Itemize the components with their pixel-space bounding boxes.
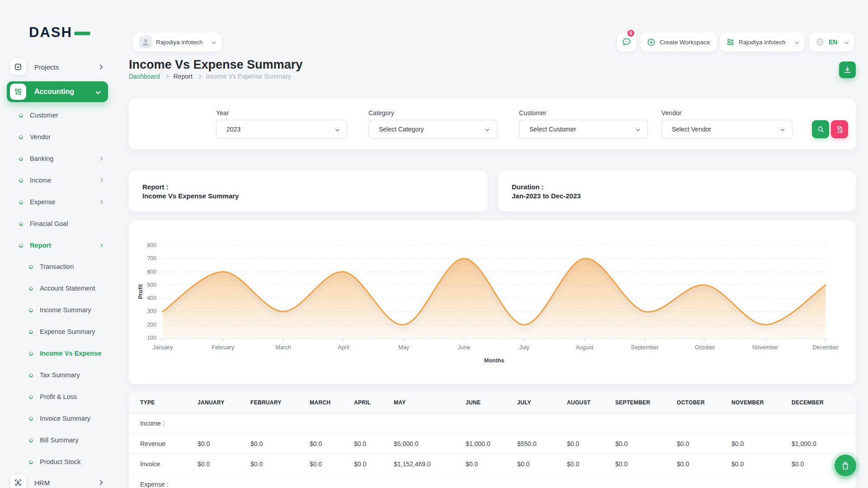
sidebar-item-expense[interactable]: Expense bbox=[7, 194, 108, 210]
sidebar-item-customer[interactable]: Customer bbox=[7, 108, 108, 123]
account-selector[interactable]: Rajodiya infotech bbox=[720, 33, 805, 52]
bullet-icon bbox=[28, 264, 34, 270]
svg-text:Months: Months bbox=[484, 357, 504, 364]
table-header-cell: NOVEMBER bbox=[731, 392, 792, 413]
sidebar-item-projects[interactable]: Projects bbox=[7, 58, 108, 76]
income-expense-table: TYPEJANUARYFEBRUARYMARCHAPRILMAYJUNEJULY… bbox=[129, 392, 856, 488]
sidebar-item-bill-summary[interactable]: Bill Summary bbox=[7, 432, 108, 448]
profit-area-chart: 100200300400500600700800JanuaryFebruaryM… bbox=[129, 221, 856, 384]
language-selector[interactable]: EN bbox=[809, 33, 854, 52]
svg-text:March: March bbox=[275, 344, 291, 351]
table-section-row: Expense : bbox=[129, 474, 856, 488]
chevron-right-icon bbox=[98, 64, 103, 69]
table-header-cell: SEPTEMBER bbox=[615, 392, 677, 413]
sidebar-item-income-vs-expense[interactable]: Income Vs Expense bbox=[7, 346, 108, 361]
table-row: Revenue$0.0$0.0$0.0$0.0$5,000.0$1,000.0$… bbox=[129, 433, 856, 454]
category-label: Category bbox=[368, 109, 394, 117]
duration-card-title: Duration : bbox=[512, 183, 856, 191]
sidebar-item-income[interactable]: Income bbox=[7, 173, 108, 188]
breadcrumb-report-link[interactable]: Report bbox=[174, 73, 193, 80]
reset-filter-button[interactable] bbox=[831, 120, 848, 138]
vendor-select[interactable]: Select Vendor bbox=[661, 120, 793, 139]
year-select[interactable]: 2023 bbox=[216, 120, 347, 139]
sidebar-item-income-summary[interactable]: Income Summary bbox=[7, 302, 108, 318]
sidebar-item-product-stock[interactable]: Product Stock bbox=[7, 454, 108, 469]
customer-select[interactable]: Select Customer bbox=[519, 120, 648, 139]
svg-text:700: 700 bbox=[147, 255, 156, 262]
shop-fab-button[interactable] bbox=[835, 455, 856, 476]
svg-text:January: January bbox=[153, 344, 173, 351]
sidebar-item-tax-summary[interactable]: Tax Summary bbox=[7, 367, 108, 383]
bullet-icon bbox=[28, 416, 34, 422]
search-icon bbox=[817, 126, 825, 133]
table-header-cell: JANUARY bbox=[198, 392, 250, 413]
table-cell: $0.0 bbox=[567, 433, 615, 454]
chevron-down-icon bbox=[795, 40, 799, 44]
workspace-selector[interactable]: Rajodiya infotech bbox=[133, 33, 222, 52]
sidebar-item-account-statement[interactable]: Account Statement bbox=[7, 281, 108, 296]
sidebar-item-vendor[interactable]: Vendor bbox=[7, 129, 108, 145]
svg-text:Profit: Profit bbox=[137, 284, 144, 299]
sidebar-item-banking[interactable]: Banking bbox=[7, 151, 108, 166]
svg-text:November: November bbox=[752, 344, 778, 351]
table-cell: $0.0 bbox=[250, 454, 310, 474]
svg-text:800: 800 bbox=[147, 242, 156, 249]
svg-text:October: October bbox=[695, 344, 715, 351]
sidebar-item-hrm[interactable]: HRM bbox=[7, 474, 108, 488]
create-workspace-button[interactable]: Create Workspace bbox=[641, 33, 717, 52]
chat-icon bbox=[622, 37, 632, 47]
sidebar-item-profit-loss[interactable]: Profit & Loss bbox=[7, 389, 108, 404]
svg-text:600: 600 bbox=[147, 269, 156, 275]
chevron-down-icon bbox=[335, 127, 339, 131]
chevron-right-icon bbox=[99, 178, 103, 182]
sidebar-item-accounting[interactable]: Accounting bbox=[7, 81, 108, 102]
table-cell: $0.0 bbox=[615, 454, 677, 474]
table-cell: $0.0 bbox=[615, 433, 677, 454]
bullet-icon bbox=[28, 437, 34, 443]
table-cell: $0.0 bbox=[677, 433, 731, 454]
svg-text:August: August bbox=[576, 344, 593, 351]
svg-text:500: 500 bbox=[147, 282, 156, 288]
table-cell: $0.0 bbox=[517, 454, 567, 474]
sidebar-item-expense-summary[interactable]: Expense Summary bbox=[7, 324, 108, 339]
plus-circle-icon bbox=[647, 38, 656, 47]
table-header-cell: JULY bbox=[517, 392, 567, 413]
sidebar-item-report[interactable]: Report bbox=[7, 238, 108, 253]
app-logo[interactable]: DASH bbox=[29, 24, 90, 41]
report-card-title: Report : bbox=[142, 183, 487, 191]
svg-text:400: 400 bbox=[147, 295, 156, 301]
table-cell: $0.0 bbox=[310, 454, 354, 474]
section-label: Expense : bbox=[129, 474, 856, 488]
table-cell: $0.0 bbox=[354, 454, 394, 474]
bullet-icon bbox=[28, 329, 34, 335]
sidebar-item-finacial-goal[interactable]: Finacial Goal bbox=[7, 216, 108, 231]
svg-text:July: July bbox=[519, 344, 530, 351]
table-cell: $0.0 bbox=[310, 433, 354, 454]
table-section-row: Income : bbox=[129, 413, 856, 433]
bullet-icon bbox=[28, 307, 34, 313]
chevron-right-icon bbox=[99, 244, 103, 247]
globe-icon bbox=[816, 38, 825, 47]
table-cell: $0.0 bbox=[731, 433, 792, 454]
table-cell: $5,000.0 bbox=[394, 433, 466, 454]
search-button[interactable] bbox=[812, 120, 829, 138]
workspace-grid-icon bbox=[726, 38, 735, 46]
category-select[interactable]: Select Category bbox=[368, 120, 497, 139]
breadcrumb-dashboard-link[interactable]: Dashboard bbox=[129, 73, 160, 80]
section-label: Income : bbox=[129, 413, 856, 433]
table-header-cell: AUGUST bbox=[567, 392, 615, 413]
table-header-cell: MAY bbox=[394, 392, 466, 413]
svg-text:February: February bbox=[212, 344, 235, 351]
table-header-cell: TYPE bbox=[129, 392, 198, 413]
download-button[interactable] bbox=[839, 61, 856, 78]
bullet-icon bbox=[18, 199, 24, 205]
sidebar-item-transaction[interactable]: Transaction bbox=[7, 259, 108, 274]
table-cell: $0.0 bbox=[198, 454, 250, 474]
svg-text:May: May bbox=[398, 344, 409, 351]
avatar bbox=[139, 36, 152, 48]
sidebar-item-invoice-summary[interactable]: Invoice Summary bbox=[7, 411, 108, 426]
table-cell: $0.0 bbox=[466, 454, 517, 474]
bullet-icon bbox=[28, 286, 34, 291]
filter-panel: Year 2023 Category Select Category Custo… bbox=[129, 99, 856, 150]
bullet-icon bbox=[28, 394, 34, 400]
